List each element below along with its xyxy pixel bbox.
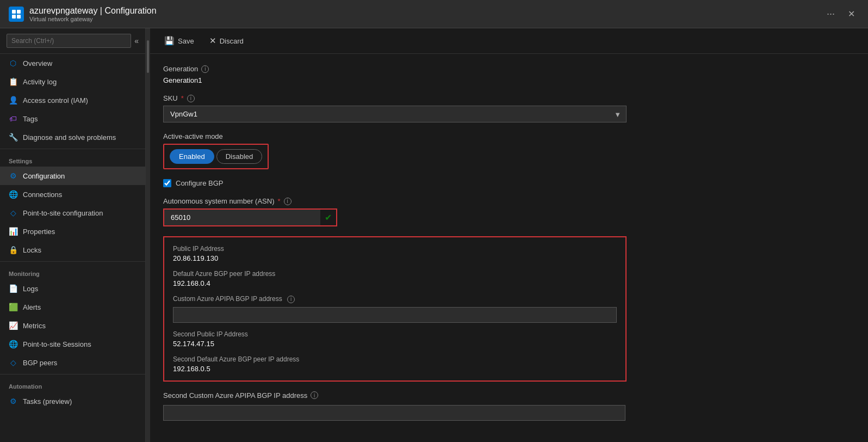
close-button[interactable]: ✕ <box>844 7 859 21</box>
save-button[interactable]: 💾 Save <box>161 34 197 48</box>
second-default-bgp-value: 192.168.0.5 <box>173 365 617 373</box>
divider-3 <box>0 374 145 375</box>
sidebar: « ⬡ Overview 📋 Activity log 👤 Access con… <box>0 28 146 442</box>
sidebar-item-tasks[interactable]: ⚙ Tasks (preview) <box>0 392 145 410</box>
sidebar-scrollbar[interactable] <box>146 28 150 442</box>
asn-group: Autonomous system number (ASN) * i ✔ <box>163 197 627 226</box>
sidebar-item-locks[interactable]: 🔒 Locks <box>0 241 145 259</box>
tags-icon: 🏷 <box>9 114 17 123</box>
collapse-icon[interactable]: « <box>134 36 139 45</box>
p2s-config-icon: ◇ <box>9 208 17 217</box>
activity-log-icon: 📋 <box>9 77 17 86</box>
second-default-bgp-label: Second Default Azure BGP peer IP address <box>173 355 617 363</box>
sidebar-scroll-thumb <box>147 40 149 73</box>
app-icon <box>9 7 24 22</box>
default-bgp-value: 192.168.0.4 <box>173 279 617 287</box>
p2s-sessions-icon: 🌐 <box>9 340 17 348</box>
window-title: azurevpngateway | Configuration <box>29 6 827 16</box>
public-ip-value: 20.86.119.130 <box>173 254 617 262</box>
svg-rect-2 <box>12 15 16 19</box>
sidebar-item-label: Overview <box>23 59 52 67</box>
sidebar-item-label: Tasks (preview) <box>23 397 72 406</box>
second-public-ip-label: Second Public IP Address <box>173 330 617 338</box>
second-custom-apipa-group: Second Custom Azure APIPA BGP IP address… <box>163 391 627 421</box>
discard-button[interactable]: ✕ Discard <box>206 34 247 48</box>
sidebar-item-alerts[interactable]: 🟩 Alerts <box>0 298 145 316</box>
sidebar-item-label: Tags <box>23 115 38 123</box>
configuration-form: Generation i Generation1 SKU * i VpnGw1 … <box>150 54 640 441</box>
generation-label: Generation i <box>163 65 627 73</box>
disabled-button[interactable]: Disabled <box>216 149 263 164</box>
custom-apipa-item: Custom Azure APIPA BGP IP address i <box>173 295 617 323</box>
search-input[interactable] <box>7 34 131 48</box>
active-mode-group: Active-active mode Enabled Disabled <box>163 132 627 169</box>
sidebar-item-overview[interactable]: ⬡ Overview <box>0 54 145 72</box>
sidebar-item-diagnose[interactable]: 🔧 Diagnose and solve problems <box>0 128 145 146</box>
sidebar-item-tags[interactable]: 🏷 Tags <box>0 109 145 128</box>
title-bar: azurevpngateway | Configuration Virtual … <box>0 0 868 28</box>
sidebar-item-label: Point-to-site configuration <box>23 209 103 217</box>
sku-info-icon[interactable]: i <box>187 95 195 102</box>
connections-icon: 🌐 <box>9 190 17 199</box>
default-bgp-label: Default Azure BGP peer IP address <box>173 270 617 278</box>
asn-label: Autonomous system number (ASN) * i <box>163 197 627 205</box>
sidebar-item-activity-log[interactable]: 📋 Activity log <box>0 72 145 91</box>
sidebar-item-access-control[interactable]: 👤 Access control (IAM) <box>0 91 145 109</box>
custom-apipa-input[interactable] <box>173 307 617 323</box>
settings-section-label: Settings <box>0 151 145 167</box>
sidebar-item-label: Point-to-site Sessions <box>23 340 91 348</box>
custom-apipa-label-wrapper: Custom Azure APIPA BGP IP address i <box>173 295 617 303</box>
sidebar-item-label: Locks <box>23 246 41 254</box>
sidebar-item-label: Logs <box>23 285 38 293</box>
diagnose-icon: 🔧 <box>9 133 17 142</box>
svg-rect-3 <box>17 15 21 19</box>
sidebar-nav: ⬡ Overview 📋 Activity log 👤 Access contr… <box>0 54 145 442</box>
access-control-icon: 👤 <box>9 96 17 105</box>
sidebar-item-connections[interactable]: 🌐 Connections <box>0 185 145 204</box>
window-subtitle: Virtual network gateway <box>29 16 827 22</box>
divider-2 <box>0 261 145 262</box>
sku-select[interactable]: VpnGw1 VpnGw2 VpnGw3 VpnGw4 VpnGw5 <box>163 106 627 122</box>
asn-input-wrapper: ✔ <box>163 208 337 226</box>
second-custom-apipa-label-wrapper: Second Custom Azure APIPA BGP IP address… <box>163 391 627 400</box>
custom-apipa-info-icon[interactable]: i <box>287 296 295 303</box>
sidebar-item-properties[interactable]: 📊 Properties <box>0 222 145 241</box>
more-options-icon[interactable]: ··· <box>827 8 835 20</box>
asn-required: * <box>277 197 280 205</box>
sku-group: SKU * i VpnGw1 VpnGw2 VpnGw3 VpnGw4 VpnG… <box>163 94 627 122</box>
second-custom-apipa-info-icon[interactable]: i <box>311 391 318 399</box>
generation-value: Generation1 <box>163 76 627 84</box>
active-mode-wrapper: Enabled Disabled <box>163 144 269 169</box>
divider-1 <box>0 149 145 149</box>
second-public-ip-value: 52.174.47.15 <box>173 340 617 348</box>
properties-icon: 📊 <box>9 227 17 236</box>
sidebar-item-metrics[interactable]: 📈 Metrics <box>0 316 145 335</box>
second-public-ip-item: Second Public IP Address 52.174.47.15 <box>173 330 617 348</box>
configuration-icon: ⚙ <box>9 171 17 180</box>
sku-label: SKU * i <box>163 94 627 102</box>
content-panel: 💾 Save ✕ Discard Generation i Generation… <box>150 28 868 442</box>
sidebar-item-logs[interactable]: 📄 Logs <box>0 279 145 298</box>
asn-info-icon[interactable]: i <box>284 198 292 205</box>
sidebar-item-p2s-config[interactable]: ◇ Point-to-site configuration <box>0 204 145 222</box>
public-ip-section: Public IP Address 20.86.119.130 Default … <box>163 236 627 382</box>
tasks-icon: ⚙ <box>9 397 17 406</box>
sidebar-item-label: BGP peers <box>23 359 57 367</box>
enabled-button[interactable]: Enabled <box>170 149 214 164</box>
sidebar-item-label: Access control (IAM) <box>23 96 88 105</box>
main-layout: « ⬡ Overview 📋 Activity log 👤 Access con… <box>0 28 868 442</box>
sidebar-item-bgp-peers[interactable]: ◇ BGP peers <box>0 353 145 372</box>
sidebar-item-p2s-sessions[interactable]: 🌐 Point-to-site Sessions <box>0 335 145 353</box>
sidebar-item-label: Metrics <box>23 322 46 330</box>
configure-bgp-checkbox[interactable] <box>163 179 171 187</box>
public-ip-item: Public IP Address 20.86.119.130 <box>173 245 617 262</box>
second-custom-apipa-label: Second Custom Azure APIPA BGP IP address <box>163 391 307 400</box>
sidebar-item-label: Activity log <box>23 78 57 86</box>
second-custom-apipa-input[interactable] <box>163 405 625 421</box>
asn-input[interactable] <box>164 210 320 225</box>
sidebar-item-label: Properties <box>23 228 55 236</box>
logs-icon: 📄 <box>9 284 17 293</box>
generation-info-icon[interactable]: i <box>201 65 209 73</box>
toolbar: 💾 Save ✕ Discard <box>150 28 868 54</box>
sidebar-item-configuration[interactable]: ⚙ Configuration <box>0 167 145 185</box>
